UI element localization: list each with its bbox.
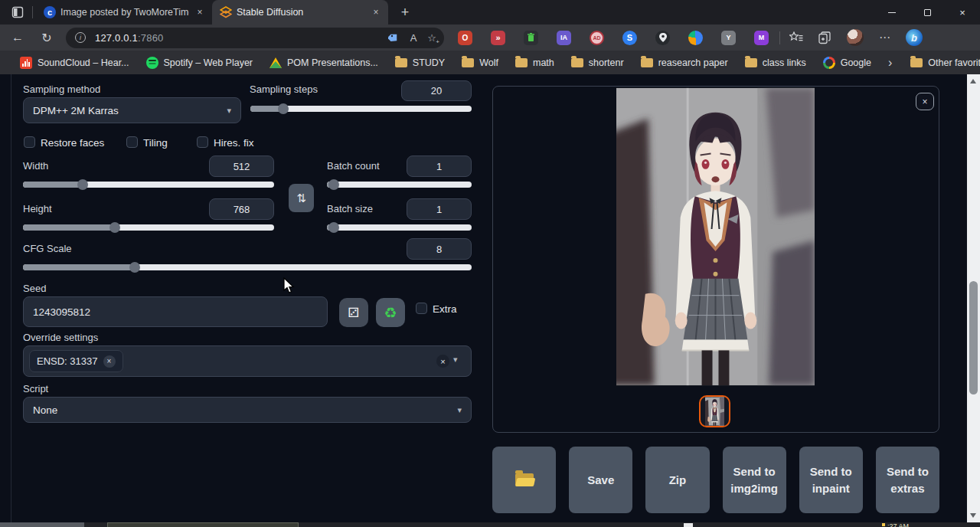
favorites-bar-icon[interactable] [789, 31, 803, 44]
windows-taskbar-sliver: :27 AM [0, 522, 980, 527]
cfg-scale-slider[interactable] [23, 262, 472, 273]
seed-input[interactable] [23, 296, 328, 327]
width-slider[interactable] [23, 179, 274, 190]
scroll-down-arrow[interactable] [970, 513, 976, 518]
trash-extension-icon[interactable] [524, 31, 538, 45]
refresh-button[interactable]: ↻ [35, 27, 58, 48]
fast-forward-extension-icon[interactable]: » [491, 31, 505, 45]
ad-blocker-extension-icon[interactable]: AD [590, 31, 604, 45]
batch-count-slider[interactable] [327, 179, 472, 190]
bookmark-pom[interactable]: POM Presentations... [270, 57, 378, 68]
folder-icon [395, 58, 407, 67]
swap-dimensions-button[interactable]: ⇅ [289, 184, 314, 212]
bookmark-folder-math[interactable]: math [515, 57, 554, 68]
bing-chat-icon[interactable]: b [906, 29, 923, 46]
taskbar-search-box[interactable] [107, 522, 299, 527]
tab-close-icon[interactable]: × [194, 6, 206, 18]
batch-count-input[interactable]: 1 [407, 155, 472, 177]
bookmark-folder-shortenr[interactable]: shortenr [571, 57, 624, 68]
restore-button[interactable] [910, 0, 945, 25]
page-scrollbar[interactable] [967, 74, 980, 522]
override-chip[interactable]: ENSD: 31337 × [29, 350, 123, 372]
tab-actions-icon[interactable] [6, 3, 29, 21]
slider-handle[interactable] [77, 179, 88, 190]
send-to-inpaint-button[interactable]: Send to inpaint [799, 447, 863, 513]
close-window-button[interactable]: × [945, 0, 980, 25]
y-extension-icon[interactable]: Y [721, 31, 736, 45]
extra-seed-checkbox[interactable] [416, 303, 427, 314]
sampling-method-dropdown[interactable]: DPM++ 2M Karras ▾ [23, 97, 241, 123]
m-extension-icon[interactable]: M [754, 31, 769, 45]
taskbar-tray-icon[interactable] [684, 523, 693, 527]
tab-close-icon[interactable]: × [370, 6, 382, 18]
profile-avatar[interactable] [847, 29, 864, 46]
send-to-extras-button[interactable]: Send to extras [876, 447, 939, 513]
reuse-seed-recycle-button[interactable]: ♻ [376, 298, 405, 327]
width-input[interactable]: 512 [209, 155, 274, 177]
url-text[interactable]: 127.0.0.1:7860 [95, 32, 164, 44]
address-bar[interactable]: i 127.0.0.1:7860 A ☆+ [66, 28, 444, 48]
browser-tab-stable-diffusion[interactable]: Stable Diffusion × [212, 0, 388, 25]
slider-handle[interactable] [328, 179, 339, 190]
generated-image[interactable] [616, 87, 815, 386]
read-aloud-icon[interactable]: A [410, 32, 417, 44]
slider-fill [23, 224, 115, 231]
hires-fix-checkbox[interactable] [197, 136, 208, 148]
shazam-extension-icon[interactable]: S [622, 31, 637, 45]
taskbar-start-area[interactable] [0, 522, 84, 527]
height-input[interactable]: 768 [209, 198, 274, 220]
other-favorites[interactable]: Other favorites [910, 57, 980, 68]
save-button[interactable]: Save [569, 447, 632, 513]
zip-button[interactable]: Zip [645, 447, 709, 513]
slider-handle[interactable] [129, 262, 140, 273]
minimize-button[interactable] [874, 0, 910, 25]
bookmark-soundcloud[interactable]: SoundCloud – Hear... [20, 57, 129, 69]
bookmark-label: math [533, 57, 554, 68]
sampling-steps-input[interactable]: 20 [401, 80, 472, 101]
batch-size-slider[interactable] [327, 222, 472, 233]
site-info-icon[interactable]: i [75, 32, 86, 43]
chevron-down-icon[interactable]: ▾ [453, 355, 458, 365]
ia-extension-icon[interactable]: IA [557, 31, 571, 45]
restore-faces-checkbox[interactable] [24, 136, 35, 148]
bookmark-folder-study[interactable]: STUDY [395, 57, 445, 68]
add-favorite-icon[interactable]: ☆+ [427, 32, 436, 44]
clear-all-icon[interactable]: × [436, 355, 449, 368]
tag-icon[interactable] [388, 32, 400, 44]
bookmark-spotify[interactable]: Spotify – Web Player [146, 57, 253, 69]
bookmark-label: Other favorites [928, 57, 980, 68]
bookmark-folder-research[interactable]: reasearch paper [641, 57, 728, 68]
bookmark-folder-classlinks[interactable]: class links [745, 57, 806, 68]
close-image-icon[interactable]: × [916, 93, 934, 110]
globe-extension-icon[interactable] [688, 31, 703, 45]
location-pin-extension-icon[interactable] [655, 31, 670, 45]
script-dropdown[interactable]: None ▾ [23, 397, 472, 423]
batch-size-input[interactable]: 1 [407, 198, 472, 220]
chip-remove-icon[interactable]: × [103, 355, 116, 368]
slider-handle[interactable] [328, 222, 339, 233]
back-button[interactable]: ← [6, 27, 29, 48]
gallery-thumbnail[interactable] [699, 395, 730, 427]
red-o-extension-icon[interactable]: O [458, 31, 472, 45]
scrollbar-thumb[interactable] [969, 281, 978, 394]
slider-handle[interactable] [109, 222, 120, 233]
cfg-scale-input[interactable]: 8 [407, 238, 472, 260]
new-tab-button[interactable]: + [394, 2, 416, 23]
bookmarks-overflow-chevron[interactable]: › [888, 56, 892, 70]
bookmark-folder-wolf[interactable]: Wolf [462, 57, 498, 68]
random-seed-dice-button[interactable]: ⚂ [339, 298, 368, 327]
sampling-steps-slider[interactable] [250, 103, 472, 114]
send-to-img2img-button[interactable]: Send to img2img [723, 447, 786, 513]
tiling-checkbox[interactable] [126, 136, 138, 148]
height-slider[interactable] [23, 222, 274, 233]
open-folder-button[interactable] [492, 447, 556, 513]
bookmark-google[interactable]: Google [823, 57, 871, 69]
scroll-up-arrow[interactable] [970, 79, 976, 83]
override-chip-text: ENSD: 31337 [37, 355, 98, 367]
browser-tab-cubari[interactable]: c Image posted by TwoMoreTimes × [36, 0, 212, 25]
slider-handle[interactable] [278, 103, 289, 114]
collections-icon[interactable] [818, 31, 831, 44]
clock-icon [882, 523, 885, 526]
sampling-method-value: DPM++ 2M Karras [33, 105, 119, 116]
more-menu-icon[interactable]: ⋯ [879, 31, 890, 44]
